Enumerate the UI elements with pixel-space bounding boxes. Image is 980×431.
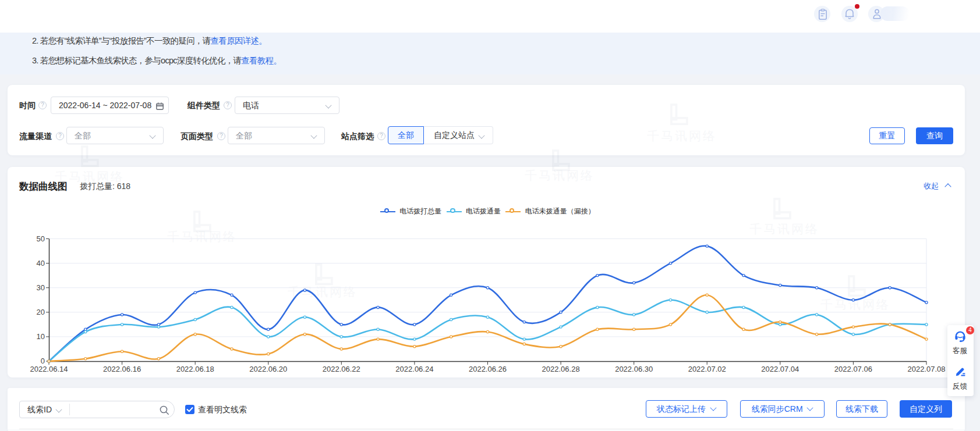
svg-text:2022.06.18: 2022.06.18 [176, 365, 214, 373]
svg-text:40: 40 [37, 259, 45, 268]
svg-text:2022.07.06: 2022.07.06 [834, 365, 872, 373]
svg-text:2022.06.14: 2022.06.14 [30, 365, 68, 373]
svg-text:2022.06.28: 2022.06.28 [542, 365, 580, 373]
svg-text:2022.07.02: 2022.07.02 [688, 365, 726, 373]
svg-text:2022.07.04: 2022.07.04 [761, 365, 799, 373]
svg-text:2022.07.08: 2022.07.08 [907, 365, 945, 373]
svg-text:30: 30 [37, 283, 45, 292]
svg-text:10: 10 [37, 332, 45, 341]
svg-text:2022.06.24: 2022.06.24 [395, 365, 433, 373]
svg-text:2022.06.20: 2022.06.20 [249, 365, 287, 373]
svg-text:2022.06.16: 2022.06.16 [103, 365, 141, 373]
svg-text:2022.06.22: 2022.06.22 [323, 365, 360, 373]
svg-text:2022.06.30: 2022.06.30 [615, 365, 653, 373]
svg-text:20: 20 [37, 308, 45, 316]
svg-text:50: 50 [37, 234, 45, 243]
svg-text:2022.06.26: 2022.06.26 [469, 365, 507, 373]
